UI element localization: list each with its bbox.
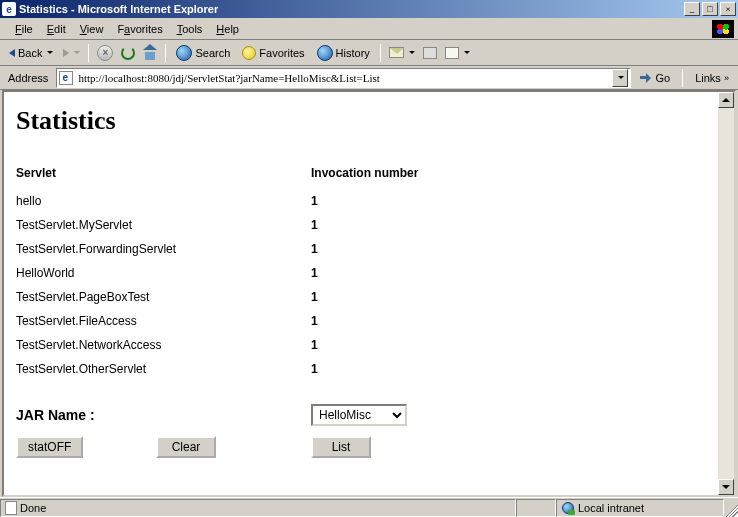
status-text: Done	[20, 502, 46, 514]
scroll-up-button[interactable]	[718, 92, 734, 108]
print-button[interactable]	[420, 45, 440, 61]
form-area: JAR Name : HelloMisc statOFF Clear List	[16, 404, 706, 458]
jar-name-select[interactable]: HelloMisc	[311, 404, 407, 426]
menu-favorites[interactable]: Favorites	[110, 21, 169, 37]
close-button[interactable]: ×	[720, 2, 736, 16]
edit-button[interactable]	[442, 45, 473, 61]
invocation-count: 1	[311, 242, 511, 256]
favorites-button[interactable]: Favorites	[237, 44, 309, 62]
table-row: TestServlet.OtherServlet1	[16, 362, 706, 376]
invocation-count: 1	[311, 362, 511, 376]
search-icon	[176, 45, 192, 61]
table-row: TestServlet.MyServlet1	[16, 218, 706, 232]
clear-button[interactable]: Clear	[156, 436, 216, 458]
go-arrow-icon	[640, 72, 652, 84]
back-button[interactable]: Back	[4, 45, 58, 61]
go-label: Go	[655, 72, 670, 84]
servlet-name: TestServlet.MyServlet	[16, 218, 311, 232]
home-icon	[143, 46, 157, 60]
page-heading: Statistics	[16, 106, 706, 136]
addressbar: Address Go Links »	[0, 66, 738, 90]
history-label: History	[336, 47, 370, 59]
toolbar: Back × Search Favorites History	[0, 40, 738, 66]
invocation-count: 1	[311, 314, 511, 328]
go-button[interactable]: Go	[635, 70, 675, 86]
menu-view[interactable]: View	[73, 21, 111, 37]
table-row: TestServlet.FileAccess1	[16, 314, 706, 328]
maximize-button[interactable]: □	[702, 2, 718, 16]
servlet-name: hello	[16, 194, 311, 208]
search-label: Search	[195, 47, 230, 59]
history-button[interactable]: History	[312, 43, 375, 63]
document-icon	[5, 501, 17, 515]
menu-edit[interactable]: Edit	[40, 21, 73, 37]
statusbar: Done Local intranet	[0, 497, 738, 517]
stop-button[interactable]: ×	[94, 43, 116, 63]
menu-file[interactable]: File	[8, 21, 40, 37]
dropdown-icon	[74, 51, 80, 54]
list-button[interactable]: List	[311, 436, 371, 458]
intranet-icon	[561, 501, 575, 515]
status-main: Done	[0, 499, 516, 517]
favorites-icon	[242, 46, 256, 60]
chevron-down-icon	[618, 76, 624, 79]
throbber	[712, 20, 734, 38]
menu-help[interactable]: Help	[209, 21, 246, 37]
menubar: File Edit View Favorites Tools Help	[0, 18, 738, 40]
back-label: Back	[18, 47, 42, 59]
mail-icon	[389, 47, 404, 58]
servlet-name: TestServlet.ForwardingServlet	[16, 242, 311, 256]
windows-flag-icon	[716, 23, 730, 35]
history-icon	[317, 45, 333, 61]
table-row: hello1	[16, 194, 706, 208]
links-button[interactable]: Links »	[690, 70, 734, 86]
servlet-name: HelloWorld	[16, 266, 311, 280]
resize-grip[interactable]	[724, 499, 738, 517]
edit-icon	[445, 47, 459, 59]
dropdown-icon	[464, 51, 470, 54]
invocation-count: 1	[311, 290, 511, 304]
scroll-track[interactable]	[718, 108, 734, 479]
print-icon	[423, 47, 437, 59]
address-input[interactable]	[76, 70, 612, 86]
search-button[interactable]: Search	[171, 43, 235, 63]
mail-button[interactable]	[386, 45, 418, 60]
servlet-name: TestServlet.NetworkAccess	[16, 338, 311, 352]
back-arrow-icon	[9, 49, 15, 57]
table-row: HelloWorld1	[16, 266, 706, 280]
ie-icon: e	[2, 2, 16, 16]
favorites-label: Favorites	[259, 47, 304, 59]
invocation-count: 1	[311, 266, 511, 280]
refresh-button[interactable]	[118, 44, 138, 62]
home-button[interactable]	[140, 44, 160, 62]
address-field-wrap	[56, 68, 631, 88]
minimize-button[interactable]: _	[684, 2, 700, 16]
invocation-count: 1	[311, 194, 511, 208]
forward-button[interactable]	[60, 47, 83, 59]
arrow-up-icon	[722, 98, 730, 102]
servlet-name: TestServlet.FileAccess	[16, 314, 311, 328]
table-header: Servlet Invocation number	[16, 166, 706, 180]
window-title: Statistics - Microsoft Internet Explorer	[19, 3, 684, 15]
page-icon	[59, 71, 73, 85]
table-row: TestServlet.NetworkAccess1	[16, 338, 706, 352]
statoff-button[interactable]: statOFF	[16, 436, 83, 458]
col-servlet: Servlet	[16, 166, 311, 180]
content-wrap: Statistics Servlet Invocation number hel…	[2, 90, 736, 497]
table-row: TestServlet.PageBoxTest1	[16, 290, 706, 304]
stop-icon: ×	[97, 45, 113, 61]
menu-tools[interactable]: Tools	[170, 21, 210, 37]
address-dropdown[interactable]	[612, 69, 628, 87]
jar-name-label: JAR Name :	[16, 407, 311, 423]
servlet-name: TestServlet.OtherServlet	[16, 362, 311, 376]
table-row: TestServlet.ForwardingServlet1	[16, 242, 706, 256]
zone-text: Local intranet	[578, 502, 644, 514]
servlet-name: TestServlet.PageBoxTest	[16, 290, 311, 304]
scrollbar[interactable]	[718, 92, 734, 495]
titlebar: e Statistics - Microsoft Internet Explor…	[0, 0, 738, 18]
col-invocation: Invocation number	[311, 166, 511, 180]
page-content: Statistics Servlet Invocation number hel…	[4, 92, 718, 495]
status-panel	[516, 499, 556, 517]
security-zone: Local intranet	[556, 499, 724, 517]
scroll-down-button[interactable]	[718, 479, 734, 495]
